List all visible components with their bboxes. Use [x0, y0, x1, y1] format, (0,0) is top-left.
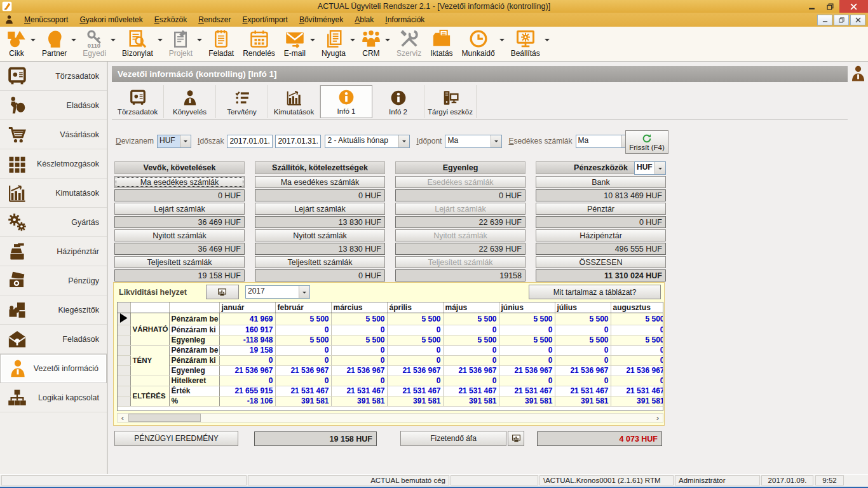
toolbar-item-feladat[interactable]: Feladat — [204, 29, 238, 58]
table-cell[interactable]: 0 — [499, 355, 555, 365]
menu-item-rendszer[interactable]: Rendszer — [193, 13, 236, 26]
toolbar-item-rendeles[interactable]: Rendelés — [238, 29, 280, 58]
devizanem-select[interactable]: HUF — [157, 135, 191, 148]
scroll-left-button[interactable]: ‹ — [118, 414, 128, 422]
table-cell[interactable]: 391 581 — [331, 396, 387, 406]
table-cell[interactable]: 391 581 — [387, 396, 443, 406]
minimize-button[interactable] — [803, 0, 821, 13]
table-cell[interactable]: -18 106 — [219, 396, 275, 406]
table-cell[interactable]: 0 — [331, 376, 387, 386]
dropdown-arrow-icon[interactable] — [197, 39, 202, 44]
panel-button-teljesitett-szamlak[interactable]: Teljesített számlák — [114, 256, 245, 268]
mdi-minimize-button[interactable] — [817, 15, 832, 25]
esedekes-select[interactable]: Ma — [576, 135, 633, 148]
panel-button-penztar[interactable]: Pénztár — [536, 203, 666, 215]
table-cell[interactable]: 0 — [611, 325, 663, 335]
table-cell[interactable]: 0 — [219, 355, 275, 365]
sidebar-item-kimutatasok[interactable]: Kimutatások — [0, 179, 107, 208]
table-cell[interactable]: 5 500 — [331, 313, 387, 325]
table-cell[interactable]: 5 500 — [275, 313, 331, 325]
dropdown-arrow-icon[interactable] — [499, 39, 505, 44]
table-cell[interactable]: 0 — [611, 345, 663, 355]
table-cell[interactable]: 21 536 967 — [443, 365, 499, 376]
table-cell[interactable]: 5 500 — [331, 335, 387, 345]
period-select[interactable]: 2 - Aktuális hónap — [325, 135, 410, 148]
tab-kimutatasok[interactable]: Kimutatások — [268, 85, 320, 118]
toolbar-item-partner[interactable]: Partner — [37, 29, 71, 58]
table-cell[interactable]: 0 — [443, 376, 499, 386]
dropdown-arrow-icon[interactable] — [545, 39, 550, 44]
penzugyi-eredmeny-button[interactable]: PÉNZÜGYI EREDMÉNY — [114, 431, 238, 446]
table-cell[interactable]: 391 581 — [555, 396, 611, 406]
panel-button-lejart-szamlak[interactable]: Lejárt számlák — [255, 203, 385, 215]
dropdown-arrow-icon[interactable] — [310, 39, 315, 44]
sidebar-item-hazipenztar[interactable]: Házipénztár — [0, 237, 107, 266]
table-cell[interactable]: 21 531 467 — [499, 386, 555, 396]
table-cell[interactable]: 0 — [219, 376, 275, 386]
table-cell[interactable]: 21 531 467 — [275, 386, 331, 396]
sidebar-item-penzugy[interactable]: Pénzügy — [0, 266, 107, 295]
scroll-right-button[interactable]: › — [653, 414, 663, 422]
liquidity-chart-button[interactable] — [206, 285, 239, 299]
tab-terv-teny[interactable]: Terv/tény — [216, 85, 268, 118]
row-selector[interactable] — [118, 335, 130, 345]
table-cell[interactable]: 21 531 467 — [555, 386, 611, 396]
close-button[interactable] — [839, 0, 868, 13]
row-selector[interactable] — [118, 365, 130, 376]
month-column-header[interactable]: május — [443, 302, 499, 313]
menu-item-eszkozok[interactable]: Eszközök — [149, 13, 193, 26]
month-column-header[interactable]: január — [219, 302, 275, 313]
tab-info-1[interactable]: Infó 1 — [320, 85, 372, 118]
sidebar-item-vasarlasok[interactable]: Vásárlások — [0, 120, 107, 149]
mdi-close-button[interactable] — [850, 15, 865, 25]
panel-button-osszesen[interactable]: ÖSSZESEN — [536, 256, 666, 268]
date-from-input[interactable] — [227, 135, 273, 148]
table-cell[interactable]: 21 536 967 — [219, 365, 275, 376]
panel-button-lejart-szamlak[interactable]: Lejárt számlák — [114, 203, 245, 215]
row-selector[interactable] — [118, 396, 130, 406]
table-cell[interactable]: 391 581 — [499, 396, 555, 406]
toolbar-item-munkaido[interactable]: Munkaidő — [458, 29, 499, 58]
menu-item-bovitmenyek[interactable]: Bővítmények — [294, 13, 349, 26]
table-cell[interactable]: 0 — [611, 376, 663, 386]
afa-chart-button[interactable] — [508, 431, 524, 446]
table-cell[interactable]: 5 500 — [443, 313, 499, 325]
table-cell[interactable]: 0 — [555, 325, 611, 335]
scroll-thumb[interactable] — [128, 414, 201, 422]
table-cell[interactable]: 0 — [275, 345, 331, 355]
table-cell[interactable]: 0 — [499, 325, 555, 335]
month-column-header[interactable]: augusztus — [611, 302, 663, 313]
fizetendo-afa-button[interactable]: Fizetendő áfa — [400, 431, 506, 446]
table-cell[interactable]: 21 536 967 — [387, 365, 443, 376]
menu-item-informaciok[interactable]: Információk — [379, 13, 430, 26]
sidebar-item-gyartas[interactable]: Gyártás — [0, 208, 107, 237]
table-cell[interactable]: 5 500 — [387, 335, 443, 345]
table-cell[interactable]: 0 — [611, 355, 663, 365]
menu-item-menucsoport[interactable]: Menücsoport — [18, 13, 74, 26]
table-cell[interactable]: 0 — [499, 345, 555, 355]
panel-button-nyitott-szamlak[interactable]: Nyitott számlák — [114, 229, 245, 241]
table-cell[interactable]: 21 536 967 — [499, 365, 555, 376]
table-cell[interactable]: 0 — [555, 345, 611, 355]
table-cell[interactable]: 41 969 — [219, 313, 275, 325]
table-cell[interactable]: 391 581 — [443, 396, 499, 406]
toolbar-item-bizonylat[interactable]: Bizonylat — [118, 29, 158, 58]
panel-button-bank[interactable]: Bank — [536, 176, 666, 188]
month-column-header[interactable]: április — [387, 302, 443, 313]
sidebar-item-logikai-kapcsolat[interactable]: Logikai kapcsolat — [0, 383, 107, 412]
table-cell[interactable]: 21 536 967 — [331, 365, 387, 376]
month-column-header[interactable]: február — [275, 302, 331, 313]
table-cell[interactable]: 391 581 — [275, 396, 331, 406]
sidebar-item-kiegeszitok[interactable]: Kiegészítők — [0, 295, 107, 325]
table-cell[interactable]: 5 500 — [611, 335, 663, 345]
tab-konyveles[interactable]: Könyvelés — [164, 85, 216, 118]
table-cell[interactable]: 21 531 467 — [387, 386, 443, 396]
toolbar-item-cikk[interactable]: Cikk — [3, 29, 31, 58]
table-cell[interactable]: 21 531 467 — [443, 386, 499, 396]
table-cell[interactable]: 0 — [555, 355, 611, 365]
table-cell[interactable]: 0 — [331, 345, 387, 355]
refresh-button[interactable]: Frissít (F4) — [625, 130, 668, 154]
sidebar-item-torzsadatok[interactable]: Törzsadatok — [0, 62, 107, 91]
row-selector[interactable] — [118, 355, 130, 365]
table-cell[interactable]: 5 500 — [499, 313, 555, 325]
